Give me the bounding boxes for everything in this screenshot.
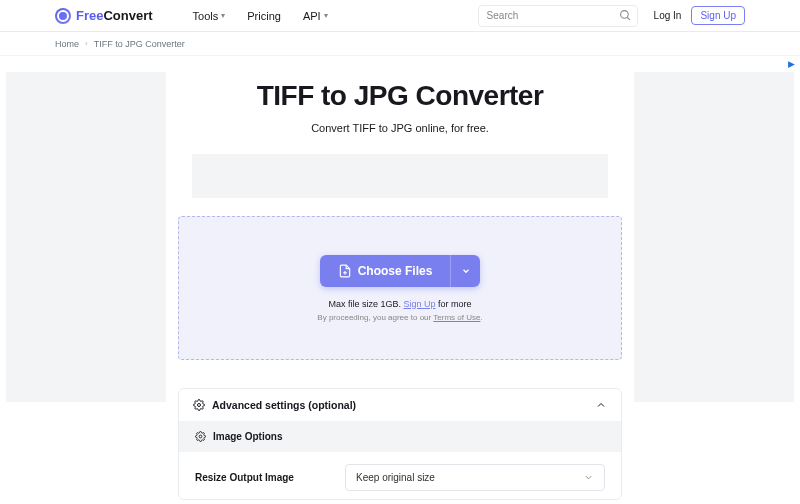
search-icon[interactable] [619,9,632,22]
breadcrumb-home[interactable]: Home [55,39,79,49]
resize-option-row: Resize Output Image Keep original size [179,452,621,499]
max-size-line: Max file size 1GB. Sign Up for more [328,299,471,309]
image-options-label: Image Options [213,431,282,442]
nav-tools[interactable]: Tools ▾ [193,10,226,22]
choose-files-dropdown[interactable] [450,255,480,287]
ad-slot-right [634,72,794,402]
logo-text-convert: Convert [103,8,152,23]
signup-inline-link[interactable]: Sign Up [403,299,435,309]
adchoices-badge[interactable] [787,60,796,69]
signup-button[interactable]: Sign Up [691,6,745,25]
main-content: TIFF to JPG Converter Convert TIFF to JP… [172,56,628,500]
logo-text-free: Free [76,8,103,23]
login-link[interactable]: Log In [654,10,682,21]
chevron-up-icon [595,399,607,411]
logo[interactable]: FreeConvert [55,8,153,24]
choose-files-button[interactable]: Choose Files [320,255,451,287]
file-dropzone[interactable]: Choose Files Max file size 1GB. Sign Up … [178,216,622,360]
chevron-down-icon: ▾ [221,11,225,20]
chevron-right-icon: › [85,39,88,48]
ad-banner-top [192,154,608,198]
resize-label: Resize Output Image [195,472,325,483]
nav-api[interactable]: API ▾ [303,10,328,22]
advanced-settings-card: Advanced settings (optional) Image Optio… [178,388,622,500]
ad-slot-left [6,72,166,402]
main-nav: Tools ▾ Pricing API ▾ [193,10,328,22]
chevron-down-icon: ▾ [324,11,328,20]
terms-link[interactable]: Terms of Use [433,313,480,322]
nav-api-label: API [303,10,321,22]
nav-pricing-label: Pricing [247,10,281,22]
chevron-down-icon [461,266,471,276]
nav-tools-label: Tools [193,10,219,22]
nav-pricing[interactable]: Pricing [247,10,281,22]
file-add-icon [338,264,352,278]
choose-files-group: Choose Files [320,255,481,287]
advanced-settings-toggle[interactable]: Advanced settings (optional) [179,389,621,421]
gear-icon [195,431,206,442]
terms-line: By proceeding, you agree to our Terms of… [317,313,482,322]
svg-point-0 [620,10,628,18]
svg-line-1 [627,17,630,20]
svg-point-4 [198,404,201,407]
search-wrap [478,5,638,27]
choose-files-label: Choose Files [358,264,433,278]
gear-icon [193,399,205,411]
advanced-settings-label: Advanced settings (optional) [212,399,356,411]
logo-icon [55,8,71,24]
image-options-header: Image Options [179,421,621,452]
search-input[interactable] [478,5,638,27]
svg-point-5 [199,435,202,438]
resize-select[interactable]: Keep original size [345,464,605,491]
page-subtitle: Convert TIFF to JPG online, for free. [178,122,622,134]
breadcrumb: Home › TIFF to JPG Converter [0,32,800,56]
page-title: TIFF to JPG Converter [178,80,622,112]
chevron-down-icon [583,472,594,483]
breadcrumb-current: TIFF to JPG Converter [94,39,185,49]
resize-select-value: Keep original size [356,472,435,483]
